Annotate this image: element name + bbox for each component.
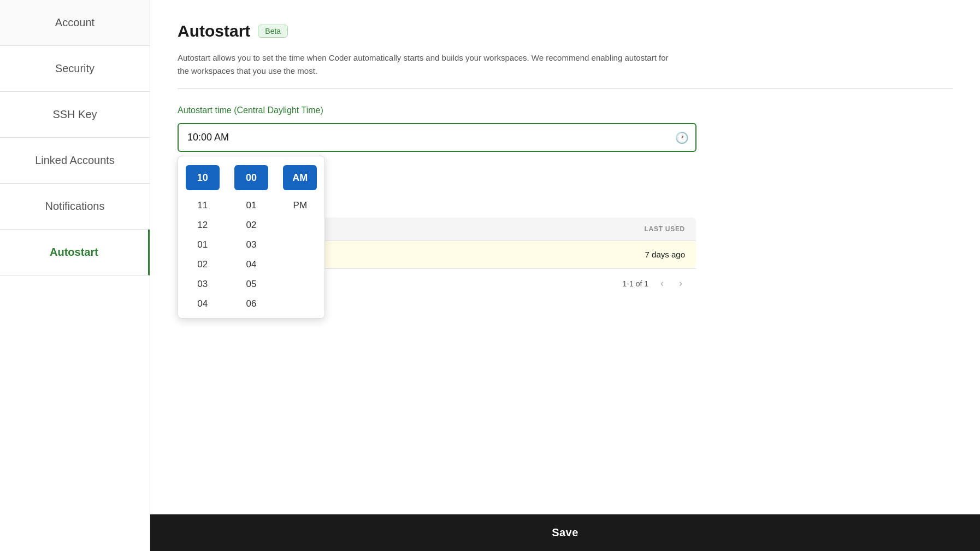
sidebar-item-security-label: Security: [55, 62, 95, 75]
picker-minute-02[interactable]: 02: [234, 216, 268, 234]
picker-columns: 10 11 12 01 02 03 04 00 01 02 03 04 05 0…: [178, 165, 324, 313]
sidebar-item-account-label: Account: [55, 16, 95, 29]
picker-period-column: AM PM: [281, 165, 319, 214]
picker-period-pm[interactable]: PM: [283, 197, 317, 214]
picker-period-selected[interactable]: AM: [283, 165, 317, 190]
sidebar-item-ssh-key[interactable]: SSH Key: [0, 92, 150, 138]
sidebar-item-notifications-label: Notifications: [45, 200, 105, 213]
main-content: Autostart Beta Autostart allows you to s…: [150, 0, 980, 551]
picker-minute-04[interactable]: 04: [234, 256, 268, 273]
clock-icon: 🕐: [675, 131, 689, 144]
picker-minute-05[interactable]: 05: [234, 276, 268, 293]
pagination-prev-button[interactable]: ‹: [657, 277, 667, 290]
page-title: Autostart: [178, 22, 250, 40]
page-description: Autostart allows you to set the time whe…: [178, 51, 669, 78]
sidebar-item-linked-accounts-label: Linked Accounts: [35, 154, 115, 167]
sidebar-item-security[interactable]: Security: [0, 46, 150, 92]
workspace-last-used-cell: 7 days ago: [313, 241, 696, 268]
picker-hour-12[interactable]: 12: [186, 216, 220, 234]
sidebar-item-autostart-label: Autostart: [50, 246, 98, 259]
picker-minute-06[interactable]: 06: [234, 295, 268, 313]
time-picker-dropdown: 10 11 12 01 02 03 04 00 01 02 03 04 05 0…: [178, 156, 325, 319]
section-divider: [178, 89, 953, 89]
save-button[interactable]: Save: [552, 526, 578, 539]
picker-hour-04[interactable]: 04: [186, 295, 220, 313]
autostart-time-label: Autostart time (Central Daylight Time): [178, 105, 953, 115]
save-bar: Save: [150, 514, 980, 551]
time-input[interactable]: [178, 123, 696, 152]
picker-hour-01[interactable]: 01: [186, 236, 220, 254]
beta-badge: Beta: [258, 25, 288, 38]
picker-minutes-column: 00 01 02 03 04 05 06: [232, 165, 270, 313]
picker-minute-selected[interactable]: 00: [234, 165, 268, 190]
sidebar: Account Security SSH Key Linked Accounts…: [0, 0, 150, 551]
pagination-label: 1-1 of 1: [623, 279, 648, 288]
picker-hours-column: 10 11 12 01 02 03 04: [184, 165, 222, 313]
sidebar-item-account[interactable]: Account: [0, 0, 150, 46]
picker-hour-11[interactable]: 11: [186, 197, 220, 214]
sidebar-item-linked-accounts[interactable]: Linked Accounts: [0, 138, 150, 184]
pagination-next-button[interactable]: ›: [676, 277, 686, 290]
page-header: Autostart Beta: [178, 22, 953, 40]
picker-hour-02[interactable]: 02: [186, 256, 220, 273]
picker-hour-03[interactable]: 03: [186, 276, 220, 293]
picker-minute-03[interactable]: 03: [234, 236, 268, 254]
time-input-wrapper: 🕐 10 11 12 01 02 03 04 00 01 02: [178, 123, 696, 152]
picker-minute-01[interactable]: 01: [234, 197, 268, 214]
sidebar-item-ssh-key-label: SSH Key: [52, 108, 97, 121]
col-last-used: LAST USED: [313, 218, 696, 241]
sidebar-item-autostart[interactable]: Autostart: [0, 230, 150, 276]
picker-hour-selected[interactable]: 10: [186, 165, 220, 190]
sidebar-item-notifications[interactable]: Notifications: [0, 184, 150, 230]
